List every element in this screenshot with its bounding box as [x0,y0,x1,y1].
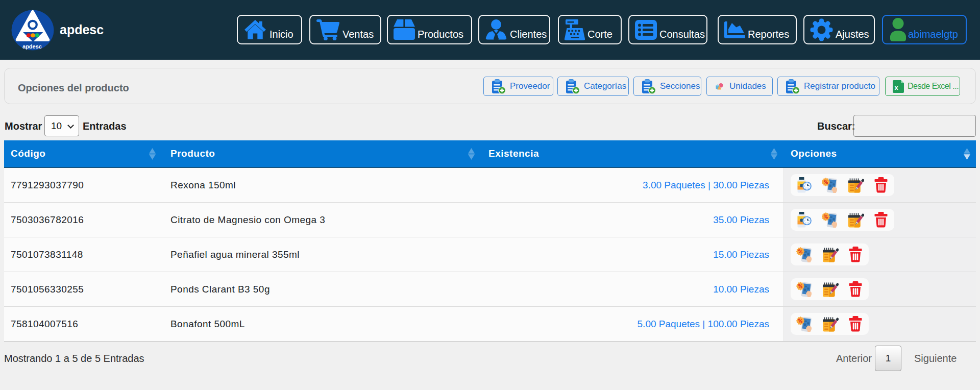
svg-text:apdesc: apdesc [22,43,42,50]
svg-text:x: x [894,84,898,91]
